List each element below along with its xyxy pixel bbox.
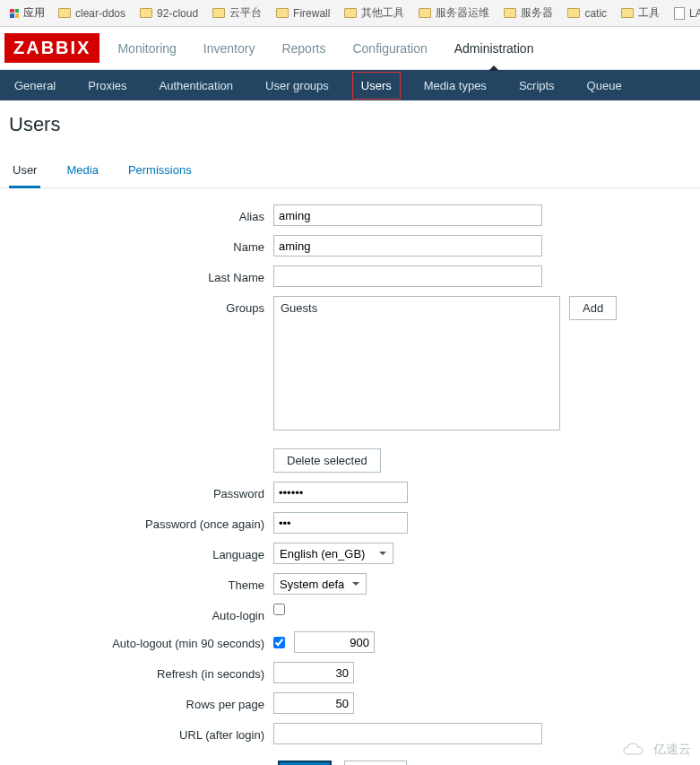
label-alias: Alias [9, 204, 273, 223]
tab-user[interactable]: User [9, 154, 40, 188]
top-bar: ZABBIX Monitoring Inventory Reports Conf… [0, 27, 700, 70]
language-select[interactable]: English (en_GB) [273, 543, 393, 564]
bookmark-folder[interactable]: 工具 [615, 5, 666, 21]
alias-input[interactable] [273, 204, 542, 226]
label-refresh: Refresh (in seconds) [9, 662, 273, 681]
folder-icon [621, 8, 634, 18]
rows-input[interactable] [273, 692, 354, 714]
subnav-general[interactable]: General [5, 72, 65, 100]
folder-icon [504, 8, 516, 18]
label-last-name: Last Name [9, 265, 273, 284]
last-name-input[interactable] [273, 265, 542, 287]
label-language: Language [9, 543, 273, 561]
language-select-wrap: English (en_GB) [273, 543, 393, 564]
bookmark-folder[interactable]: clear-ddos [52, 7, 132, 20]
url-input[interactable] [273, 723, 542, 744]
cancel-button[interactable]: Cancel [344, 761, 407, 765]
sub-nav: General Proxies Authentication User grou… [0, 70, 700, 100]
subnav-user-groups[interactable]: User groups [256, 72, 338, 100]
add-button[interactable]: Add [278, 761, 332, 765]
label-rows: Rows per page [9, 692, 273, 711]
folder-icon [567, 8, 580, 18]
groups-listbox[interactable]: Guests [273, 296, 560, 430]
subnav-queue[interactable]: Queue [578, 72, 631, 100]
apps-icon [10, 9, 19, 18]
auto-logout-checkbox[interactable] [273, 637, 285, 648]
password-input[interactable] [273, 482, 408, 503]
folder-icon [140, 8, 152, 18]
folder-icon [58, 8, 71, 18]
label-auto-login: Auto-login [9, 604, 273, 622]
bookmark-folder[interactable]: catic [561, 7, 613, 20]
nav-inventory[interactable]: Inventory [203, 41, 255, 56]
label-password2: Password (once again) [9, 512, 273, 531]
password-again-input[interactable] [273, 512, 408, 534]
nav-monitoring[interactable]: Monitoring [117, 41, 176, 56]
folder-icon [276, 8, 289, 18]
add-group-button[interactable]: Add [569, 296, 617, 320]
nav-administration[interactable]: Administration [454, 41, 534, 56]
refresh-input[interactable] [273, 662, 354, 683]
apps-shortcut[interactable]: 应用 [4, 5, 50, 21]
subnav-media-types[interactable]: Media types [415, 72, 496, 100]
nav-reports[interactable]: Reports [281, 41, 325, 56]
label-password: Password [9, 482, 273, 500]
label-name: Name [9, 235, 273, 254]
page-title: Users [9, 113, 691, 136]
user-form: Alias Name Last Name Groups Guests Add D… [0, 188, 700, 765]
nav-configuration[interactable]: Configuration [352, 41, 427, 56]
theme-select-wrap: System default [273, 573, 367, 595]
group-item[interactable]: Guests [279, 300, 555, 316]
bookmark-folder[interactable]: 服务器运维 [412, 5, 496, 21]
label-auto-logout: Auto-logout (min 90 seconds) [9, 631, 273, 650]
tabs: User Media Permissions [0, 154, 700, 188]
apps-label: 应用 [23, 5, 45, 21]
folder-icon [212, 8, 225, 18]
browser-bookmarks-bar: 应用 clear-ddos 92-cloud 云平台 Firewall 其他工具… [0, 0, 700, 27]
subnav-users[interactable]: Users [352, 72, 401, 100]
delete-selected-button[interactable]: Delete selected [273, 448, 381, 473]
folder-icon [419, 8, 431, 18]
bookmark-folder[interactable]: Firewall [270, 7, 336, 20]
bookmark-folder[interactable]: 云平台 [206, 5, 268, 21]
page-icon [674, 7, 685, 20]
page-header: Users [0, 100, 700, 149]
zabbix-logo[interactable]: ZABBIX [4, 33, 99, 63]
folder-icon [344, 8, 357, 18]
label-groups: Groups [9, 296, 273, 315]
bookmark-folder[interactable]: 92-cloud [134, 7, 204, 20]
tab-media[interactable]: Media [63, 154, 101, 187]
auto-logout-input[interactable] [294, 631, 375, 653]
label-theme: Theme [9, 573, 273, 592]
name-input[interactable] [273, 235, 542, 256]
auto-login-checkbox[interactable] [273, 604, 285, 615]
theme-select[interactable]: System default [273, 573, 367, 595]
label-url: URL (after login) [9, 723, 273, 742]
bookmark-folder[interactable]: 服务器 [497, 5, 559, 21]
subnav-proxies[interactable]: Proxies [79, 72, 135, 100]
form-actions: Add Cancel [278, 761, 691, 765]
subnav-authentication[interactable]: Authentication [151, 72, 242, 100]
bookmark-folder[interactable]: 其他工具 [338, 5, 410, 21]
main-nav: Monitoring Inventory Reports Configurati… [117, 41, 533, 56]
subnav-scripts[interactable]: Scripts [510, 72, 564, 100]
bookmark-page[interactable]: LAX [668, 7, 700, 20]
tab-permissions[interactable]: Permissions [125, 154, 195, 187]
